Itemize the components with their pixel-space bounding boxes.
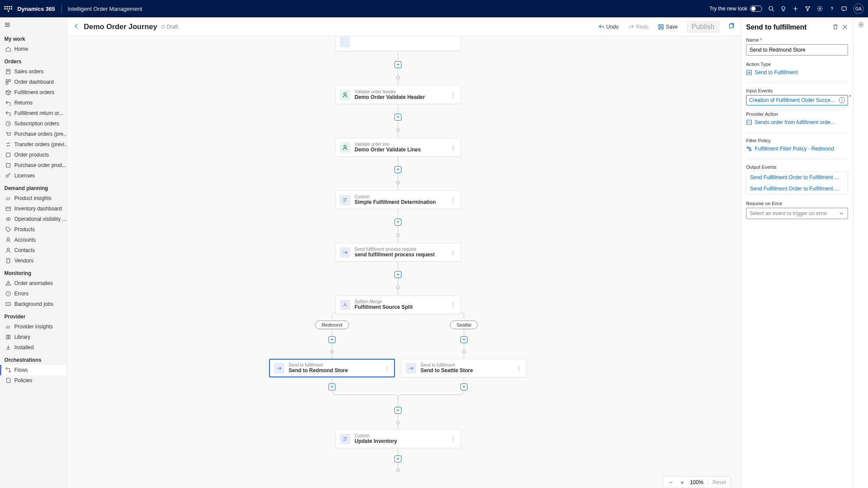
app-launcher-icon[interactable]: [4, 5, 12, 13]
sidebar-item-library[interactable]: Library: [0, 332, 67, 342]
sidebar-item-licenses[interactable]: Licenses: [0, 170, 67, 181]
link-text: Sends order from fulfillment order to de…: [755, 119, 837, 125]
add-node-button[interactable]: +: [329, 336, 335, 343]
sidebar-item-fulfillment-orders[interactable]: Fulfillment orders: [0, 87, 67, 98]
close-icon[interactable]: [842, 24, 848, 31]
add-node-button[interactable]: +: [395, 114, 401, 121]
output-event-item[interactable]: Send Fulfillment Order to Fulfillment ..…: [746, 172, 848, 183]
building-icon: [5, 258, 11, 264]
sidebar-item-accounts[interactable]: Accounts: [0, 235, 67, 245]
sidebar-item-returns[interactable]: Returns: [0, 98, 67, 108]
flow-node-seattle[interactable]: Send to fulfillmentSend to Seattle Store…: [401, 359, 527, 377]
zoom-in-button[interactable]: +: [679, 478, 686, 486]
sidebar-item-transfer-orders[interactable]: Transfer orders (previ...: [0, 139, 67, 150]
filter-policy-link[interactable]: Fulfillment Filter Policy - Redmond: [746, 145, 848, 153]
action-type-link[interactable]: Send to Fulfillment: [746, 69, 848, 76]
undo-button[interactable]: Undo: [596, 22, 621, 32]
search-icon[interactable]: [768, 6, 774, 12]
hamburger-icon[interactable]: [0, 19, 67, 32]
flow-node-splitter[interactable]: Splitter-MergeFulfillment Source Split ⋮: [335, 295, 461, 314]
sidebar-item-order-products[interactable]: Order products: [0, 150, 67, 160]
sidebar-item-vendors[interactable]: Vendors: [0, 255, 67, 266]
sidebar-item-flows[interactable]: Flows: [0, 365, 67, 375]
node-menu-icon[interactable]: ⋮: [450, 144, 456, 151]
name-input[interactable]: [746, 44, 848, 56]
lightbulb-icon[interactable]: [780, 6, 786, 12]
provider-action-link[interactable]: Sends order from fulfillment order to de…: [746, 118, 848, 126]
flow-node[interactable]: Send fulfillment process requestsend ful…: [335, 243, 461, 262]
delete-icon[interactable]: [832, 24, 838, 31]
sidebar-item-background-jobs[interactable]: Background jobs: [0, 299, 67, 309]
undo-label: Undo: [606, 24, 619, 30]
settings-icon[interactable]: [817, 6, 823, 12]
sidebar-item-subscription-orders[interactable]: Subscription orders: [0, 118, 67, 129]
flow-node[interactable]: Validate order lineDemo Order Validate L…: [335, 138, 461, 157]
node-menu-icon[interactable]: ⋮: [450, 92, 456, 98]
add-node-button[interactable]: +: [395, 219, 401, 226]
add-node-button[interactable]: +: [395, 407, 401, 414]
resume-on-error-select[interactable]: Select an event to trigger on error: [746, 208, 848, 219]
node-menu-icon[interactable]: ⋮: [450, 436, 456, 442]
add-node-button[interactable]: +: [395, 166, 401, 173]
add-node-button[interactable]: +: [329, 383, 335, 390]
node-menu-icon[interactable]: ⋮: [384, 365, 390, 371]
add-node-button[interactable]: +: [395, 271, 401, 278]
output-event-item[interactable]: Send Fulfillment Order to Fulfillment ..…: [746, 183, 848, 194]
sidebar-item-errors[interactable]: Errors: [0, 288, 67, 299]
redo-button[interactable]: Redo: [625, 22, 651, 32]
sidebar-item-products[interactable]: Products: [0, 224, 67, 235]
sidebar-item-policies[interactable]: Policies: [0, 375, 67, 386]
try-new-look-toggle[interactable]: Try the new look: [709, 6, 762, 12]
node-menu-icon[interactable]: ⋮: [450, 249, 456, 255]
sidebar-item-operational-visibility[interactable]: Operational visibility ...: [0, 214, 67, 224]
sidebar-item-contacts[interactable]: Contacts: [0, 245, 67, 255]
zoom-out-button[interactable]: −: [667, 478, 674, 486]
avatar[interactable]: GA: [853, 3, 864, 14]
sidebar-label: Background jobs: [14, 301, 53, 307]
sidebar-item-home[interactable]: Home: [0, 44, 67, 54]
back-button[interactable]: [73, 23, 79, 31]
branch-label-redmond[interactable]: Redmond: [315, 321, 349, 329]
add-node-button[interactable]: +: [460, 383, 467, 390]
filter-icon[interactable]: [805, 6, 811, 12]
sidebar-item-inventory-dashboard[interactable]: Inventory dashboard: [0, 203, 67, 214]
flow-node-redmond[interactable]: Send to fulfillmentSend to Redmond Store…: [269, 359, 395, 377]
flow-node[interactable]: CustomSimple Fulfillment Determination ⋮: [335, 190, 461, 209]
flow-canvas[interactable]: + Validate order headerDemo Order Valida…: [67, 36, 740, 488]
messenger-icon[interactable]: [841, 6, 847, 12]
output-events-list: Send Fulfillment Order to Fulfillment ..…: [746, 171, 848, 195]
sidebar-item-fulfillment-return[interactable]: Fulfillment return or...: [0, 108, 67, 118]
node-type: Send to fulfillment: [421, 363, 512, 367]
input-events-tag[interactable]: Creation of Fulfillment Order Succeed...…: [746, 95, 848, 105]
flow-node[interactable]: Validate order headerDemo Order Validate…: [335, 85, 461, 104]
zoom-reset-button[interactable]: Reset: [708, 479, 726, 485]
sidebar-item-provider-insights[interactable]: Provider insights: [0, 321, 67, 332]
sidebar-item-installed[interactable]: Installed: [0, 342, 67, 353]
publish-button[interactable]: Publish: [687, 21, 720, 33]
node-menu-icon[interactable]: ⋮: [450, 197, 456, 203]
insights-icon: [5, 324, 11, 330]
sidebar-item-purchase-order-prod[interactable]: Purchase order prod...: [0, 160, 67, 170]
info-icon[interactable]: i: [839, 97, 845, 103]
popout-icon[interactable]: [728, 23, 734, 31]
node-menu-icon[interactable]: ⋮: [450, 302, 456, 308]
sidebar-item-sales-orders[interactable]: Sales orders: [0, 66, 67, 77]
sidebar-item-product-insights[interactable]: Product insights: [0, 193, 67, 203]
sidebar-item-order-dashboard[interactable]: Order dashboard: [0, 77, 67, 87]
sidebar-item-purchase-orders[interactable]: Purchase orders (pre...: [0, 129, 67, 139]
add-icon[interactable]: [792, 6, 799, 12]
add-node-button[interactable]: +: [395, 61, 401, 68]
node-menu-icon[interactable]: ⋮: [516, 365, 522, 371]
tool-rail: [853, 17, 868, 488]
flow-node[interactable]: CustomUpdate Inventory ⋮: [335, 429, 461, 448]
add-node-button[interactable]: +: [460, 336, 467, 343]
flow-node[interactable]: [335, 36, 461, 51]
sidebar-label: Order dashboard: [14, 79, 54, 85]
help-icon[interactable]: [829, 6, 835, 12]
sidebar-item-order-anomalies[interactable]: Order anomalies: [0, 278, 67, 288]
save-button[interactable]: Save: [655, 22, 680, 32]
gear-icon[interactable]: [858, 22, 864, 29]
node-type: Validate order line: [355, 142, 446, 147]
branch-label-seattle[interactable]: Seattle: [450, 321, 478, 329]
add-node-button[interactable]: +: [395, 455, 401, 462]
